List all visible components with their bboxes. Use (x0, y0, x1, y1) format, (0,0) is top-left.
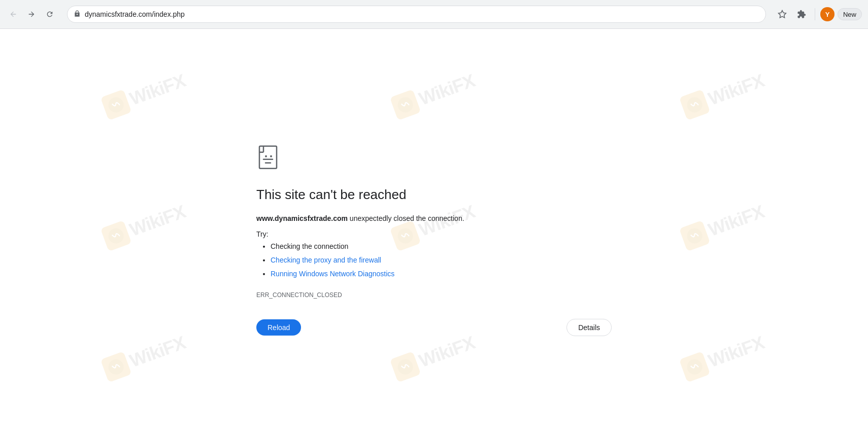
svg-point-3 (685, 95, 705, 114)
error-description: www.dynamicsfxtrade.com unexpectedly clo… (256, 213, 464, 224)
nav-buttons (6, 7, 57, 21)
error-code: ERR_CONNECTION_CLOSED (256, 291, 342, 299)
list-item: Checking the connection (271, 241, 394, 252)
error-description-rest: unexpectedly closed the connection. (348, 214, 464, 222)
network-diagnostics-link[interactable]: Running Windows Network Diagnostics (271, 270, 394, 278)
error-buttons: Reload Details (256, 319, 612, 336)
error-page-icon (256, 145, 283, 172)
proxy-firewall-link[interactable]: Checking the proxy and the firewall (271, 256, 381, 264)
svg-point-15 (265, 155, 267, 157)
svg-marker-0 (778, 11, 786, 18)
bookmark-button[interactable] (774, 6, 790, 22)
error-try-label: Try: (256, 230, 269, 238)
page-content: WikiFX WikiFX WikiFX WikiFX WikiFX (0, 29, 868, 422)
lock-icon (74, 10, 81, 19)
browser-chrome: dynamicsfxtrade.com/index.php Y New (0, 0, 868, 29)
svg-point-2 (396, 95, 415, 114)
svg-point-7 (107, 357, 126, 376)
details-button[interactable]: Details (566, 319, 612, 336)
toolbar-right: Y New (774, 6, 862, 22)
error-suggestions-list: Checking the connection Checking the pro… (256, 241, 394, 282)
watermark-text: WikiFX (127, 70, 188, 110)
profile-button[interactable]: Y (820, 7, 834, 21)
address-bar[interactable]: dynamicsfxtrade.com/index.php (67, 6, 766, 23)
error-domain: www.dynamicsfxtrade.com (256, 214, 348, 222)
svg-point-4 (107, 226, 126, 245)
list-item: Running Windows Network Diagnostics (271, 269, 394, 279)
forward-button[interactable] (24, 7, 39, 21)
svg-point-9 (685, 357, 705, 376)
list-item: Checking the proxy and the firewall (271, 255, 394, 266)
svg-point-8 (396, 357, 415, 376)
reload-button[interactable]: Reload (256, 319, 301, 336)
error-title: This site can't be reached (256, 187, 406, 203)
svg-point-6 (685, 226, 705, 245)
svg-rect-10 (259, 146, 277, 169)
new-tab-button[interactable]: New (838, 8, 862, 20)
vertical-divider (815, 8, 815, 20)
extensions-button[interactable] (793, 6, 810, 22)
error-content: This site can't be reached www.dynamicsf… (256, 145, 612, 336)
url-text: dynamicsfxtrade.com/index.php (85, 10, 759, 18)
svg-point-1 (107, 95, 126, 114)
suggestion-text: Checking the connection (271, 242, 348, 250)
svg-point-16 (270, 155, 272, 157)
back-button[interactable] (6, 7, 20, 21)
reload-button[interactable] (43, 7, 57, 21)
